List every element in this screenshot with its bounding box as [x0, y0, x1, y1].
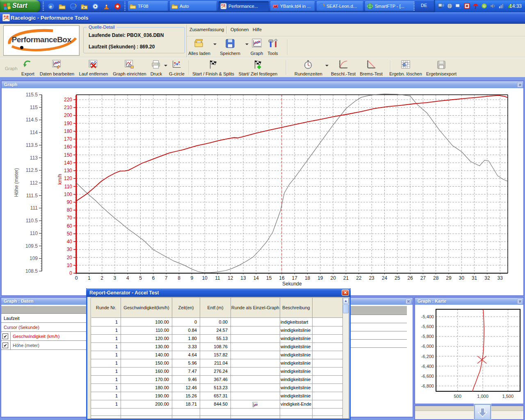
- toolbar-graph-label: Graph: [5, 66, 18, 71]
- folder-media-icon[interactable]: [81, 3, 88, 10]
- table-row[interactable]: 1160.007.47276.24windigkeitslinie: [91, 368, 343, 376]
- toolbar-button-tools[interactable]: Tools: [265, 38, 281, 57]
- cell: windigkeitslinie: [280, 351, 312, 359]
- cell: 160.00: [121, 368, 171, 375]
- dialog-close-button[interactable]: ✕: [342, 290, 349, 296]
- cell: 276.24: [200, 368, 230, 375]
- toolbar-button-beschl-test[interactable]: Beschl.-Test: [328, 59, 359, 77]
- checkbox[interactable]: ✔: [2, 342, 8, 348]
- taskbar-button[interactable]: P.BPerformance...: [219, 1, 269, 11]
- signal-icon[interactable]: [498, 3, 504, 9]
- svg-text:220: 220: [64, 97, 72, 103]
- toolbar-button-alles-laden[interactable]: Alles laden: [184, 38, 215, 57]
- svg-text:500: 500: [454, 394, 461, 399]
- menu-hilfe[interactable]: Hilfe: [253, 27, 262, 32]
- taskbar-separator: [124, 2, 126, 11]
- taskbar-button[interactable]: TF08: [128, 1, 168, 11]
- speed-elevation-chart: 108.5109109.5110110.5111111.5112112.5113…: [2, 88, 523, 295]
- table-row[interactable]: 1170.009.46367.46windigkeitslinie: [91, 376, 343, 384]
- toolbar-button-speichern[interactable]: Speichern: [217, 38, 243, 57]
- vlc-icon[interactable]: [103, 3, 110, 10]
- chart-edit-icon: [252, 402, 258, 407]
- daten-row-label: Höhe (meter): [13, 343, 39, 348]
- cell: [231, 351, 279, 359]
- table-row[interactable]: 1120.001.8055.13windigkeitslinie: [91, 335, 343, 343]
- red-disc-icon[interactable]: [114, 3, 121, 10]
- umbrella-icon[interactable]: [472, 3, 479, 9]
- flag-green-icon: [253, 59, 263, 70]
- chart-icon: [251, 38, 262, 49]
- cell: 1: [91, 392, 120, 400]
- toolbar-button-graph-einrichten[interactable]: Graph einrichten: [109, 59, 150, 77]
- table-row[interactable]: 1150.005.96211.04windigkeitslinie: [91, 359, 343, 368]
- table-row[interactable]: 1190.0015.26657.31windigkeitslinie: [91, 392, 343, 400]
- red-x-icon[interactable]: [464, 3, 470, 9]
- scroll-up-button[interactable]: ▲: [343, 298, 349, 304]
- toolbar-button-lauf-entfernen[interactable]: Lauf entfernen: [75, 59, 112, 77]
- speaker-icon[interactable]: [490, 3, 496, 9]
- svg-text:18: 18: [305, 275, 310, 281]
- taskbar-clock[interactable]: 14:33: [509, 3, 522, 9]
- globe-icon[interactable]: [447, 3, 453, 9]
- checkbox[interactable]: ✔: [2, 333, 8, 339]
- tools-icon: [267, 38, 278, 49]
- taskbar-button[interactable]: SEAT-Leon.d...: [317, 1, 363, 11]
- ie-icon[interactable]: [70, 3, 77, 10]
- start-button[interactable]: Start: [0, 0, 40, 12]
- daten-row[interactable]: Cursor (Sekunde): [1, 323, 87, 332]
- monitor-icon[interactable]: [438, 3, 444, 9]
- cell: 55.13: [200, 335, 230, 342]
- dropdown-arrow-icon[interactable]: [245, 43, 249, 45]
- table-row[interactable]: 1180.0012.46513.23windigkeitslinie: [91, 384, 343, 392]
- daten-row[interactable]: ✔Höhe (meter): [1, 341, 87, 350]
- folder-icon[interactable]: [59, 3, 66, 10]
- toolbar-button-brems-test[interactable]: Brems-Test: [358, 59, 385, 77]
- cell: windigkeitslinie: [280, 326, 312, 334]
- table-row[interactable]: 1100.0000.00indigkeitsstart: [91, 318, 343, 326]
- toolbar-button-graph[interactable]: Graph: [249, 38, 265, 57]
- taskbar-button[interactable]: Auto: [170, 1, 217, 11]
- svg-text:70: 70: [67, 215, 73, 221]
- toolbar-button-druck[interactable]: Druck: [148, 59, 164, 77]
- cell: 1.80: [172, 335, 199, 342]
- table-row[interactable]: 1200.0018.71844.50vindigkeit-Ende: [91, 400, 343, 409]
- chart-config-icon: [124, 59, 135, 70]
- toolbar-button-start-ziel-festlegen[interactable]: Start/ Ziel festlegen: [232, 59, 284, 77]
- language-indicator[interactable]: DE: [421, 3, 427, 8]
- table-row[interactable]: 1110.000.8424.57windigkeitslinie: [91, 326, 343, 335]
- toolbar-button-ergebn-l-schen[interactable]: Ergebn. löschen: [386, 59, 425, 77]
- toolbar-button-rundenzeiten[interactable]: Rundenzeiten: [293, 59, 324, 77]
- floppy-icon: [224, 38, 236, 49]
- scroll-thumb[interactable]: [343, 304, 349, 313]
- close-icon[interactable]: ✕: [517, 299, 523, 304]
- daten-row[interactable]: ✔Geschwindigkeit (km/h): [1, 332, 87, 341]
- swap-icon[interactable]: [455, 3, 461, 9]
- menu-optionen[interactable]: Optionen: [231, 27, 249, 32]
- toolbar-button-export[interactable]: Export: [19, 59, 37, 77]
- svg-text:115: 115: [30, 105, 38, 110]
- close-icon[interactable]: ✕: [406, 299, 411, 304]
- table-row[interactable]: 1130.003.33108.76windigkeitslinie: [91, 343, 343, 351]
- toolbar-button-ergebnisexport[interactable]: Ergebnisexport: [423, 59, 459, 77]
- nvidia-eye-icon[interactable]: [481, 3, 487, 9]
- media-player-icon[interactable]: [92, 3, 99, 10]
- menu-zusamenfassung[interactable]: Zusamenfassung: [189, 27, 224, 32]
- svg-text:13: 13: [240, 275, 246, 281]
- svg-text:150: 150: [64, 152, 72, 158]
- dialog-titlebar[interactable]: Report-Generator - Accel Test ✕: [86, 288, 351, 297]
- column-header: Zeit(en): [172, 298, 200, 318]
- taskbar-button[interactable]: YBank.td4 in ...: [270, 1, 315, 11]
- close-icon[interactable]: ✕: [517, 82, 523, 87]
- svg-text:109.5: 109.5: [25, 243, 38, 249]
- svg-text:3: 3: [114, 275, 116, 281]
- scrollbar[interactable]: ▲: [342, 298, 349, 418]
- toolbar-button-daten-bearbeiten[interactable]: Daten bearbeiten: [37, 59, 77, 77]
- dropdown-arrow-icon[interactable]: [213, 43, 217, 45]
- scroll-down-button[interactable]: [474, 404, 491, 420]
- ie-doc-icon[interactable]: e: [48, 3, 55, 10]
- taskbar-button[interactable]: SmartFTP - [...: [365, 1, 415, 11]
- table-row[interactable]: 1140.004.64157.82windigkeitslinie: [91, 351, 343, 359]
- cell: 157.82: [200, 351, 230, 359]
- daten-row[interactable]: Laufzeit: [1, 314, 87, 323]
- svg-text:130: 130: [64, 168, 72, 173]
